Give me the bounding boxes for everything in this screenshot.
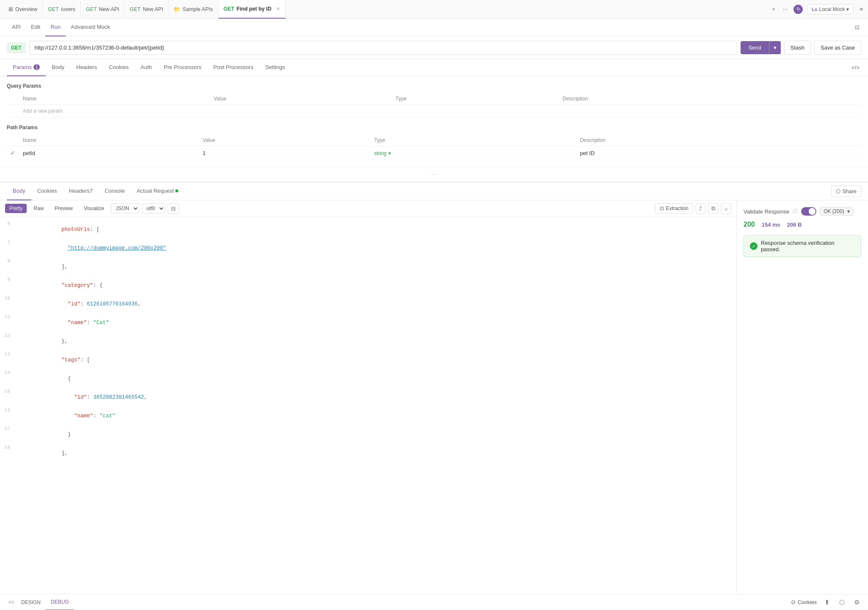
share-button[interactable]: ⬡ Share [831,186,861,197]
path-check-cell: ✓ [7,146,19,160]
ok-badge[interactable]: OK (200) ▾ [820,207,854,216]
line-num-11: 11 [0,314,17,319]
line-num-8: 8 [0,258,17,263]
query-desc-header: Description [559,93,861,105]
encoding-select[interactable]: utf8 [142,203,165,214]
share-icon: ⬡ [836,188,840,194]
resp-size: 206 B [787,222,802,228]
panel-divider[interactable]: ··· [0,167,868,182]
cookies-label: Cookies [798,599,817,605]
tab-find-pet[interactable]: GET Find pet by ID ✕ [218,0,286,19]
req-tab-settings[interactable]: Settings [259,59,291,76]
collapse-left-button[interactable]: << [7,598,16,607]
env-selector[interactable]: Lo Local Mock ▾ [807,4,854,14]
req-tab-params[interactable]: Params 1 [7,59,46,76]
path-param-type[interactable]: string ▾ [371,146,577,160]
menu-button[interactable]: ≡ [858,4,865,14]
req-tab-cookies[interactable]: Cookies [103,59,135,76]
sync-icon[interactable]: ↻ [793,5,803,14]
code-line-9: 9 "category": { [0,276,736,295]
send-dropdown-button[interactable]: ▾ [769,41,781,54]
query-check-col [7,93,19,105]
copy-button[interactable]: ⧉ [708,203,719,214]
meta-panel: Validate Response ⓘ OK (200) ▾ 200 154 m… [737,200,868,594]
req-tab-pre-processors[interactable]: Pre Processors [158,59,207,76]
tab-sample-apis[interactable]: 📁 Sample APIs [169,0,218,19]
photo-url-link[interactable]: "http://dummyimage.com/200x200" [68,245,166,251]
line-num-17: 17 [0,426,17,431]
pretty-view-button[interactable]: Pretty [5,204,27,213]
add-query-param-cell[interactable]: Add a new param [19,105,861,118]
tab-edit[interactable]: Edit [26,19,45,36]
tab-api[interactable]: API [7,19,26,36]
response-tabs: Body Cookies Headers 7 Console Actual Re… [0,183,868,200]
code-line-13: 13 "tags": [ [0,351,736,369]
req-tab-post-processors[interactable]: Post Processors [207,59,260,76]
check-circle-icon: ✓ [750,242,757,250]
send-button-group: Send ▾ [741,41,780,54]
line-content-9: "category": { [17,277,103,294]
tab-newapi1-label: New API [99,6,119,12]
req-tab-body[interactable]: Body [46,59,70,76]
tab-run[interactable]: Run [45,19,66,36]
cookies-link[interactable]: ⊙ Cookies [791,599,817,605]
bottom-upload-button[interactable]: ⬆ [823,597,832,608]
chevron-down-icon: ▾ [846,6,849,12]
folder-icon: 📁 [174,6,180,12]
search-code-button[interactable]: ⌕ [721,203,731,214]
layout-toggle-button[interactable]: ⊡ [853,22,861,32]
add-query-param-row[interactable]: Add a new param [7,105,861,118]
req-tab-post-label: Post Processors [213,64,254,70]
line-num-6: 6 [0,221,17,226]
tab-get-new-api-2[interactable]: GET New API [124,0,169,19]
resp-tab-cookies[interactable]: Cookies [31,183,63,200]
export-button[interactable]: ⤴ [696,203,705,214]
raw-view-button[interactable]: Raw [29,204,48,213]
tab-overview[interactable]: ⊞ Overview [3,0,43,19]
stash-button[interactable]: Stash [784,41,811,55]
resp-tab-body[interactable]: Body [7,183,31,200]
path-param-value[interactable]: 1 [199,146,371,160]
tab-get-new-api-1[interactable]: GET New API [81,0,125,19]
validate-toggle[interactable] [801,207,816,216]
bottom-settings-button[interactable]: ⚙ [852,597,861,608]
tab-get-users[interactable]: GET /users [43,0,81,19]
code-view-button[interactable]: </> [850,63,861,72]
close-tab-icon[interactable]: ✕ [276,6,280,12]
path-param-desc[interactable]: pet ID [577,146,861,160]
tab-api-label: API [12,24,21,30]
resp-tab-actual-request[interactable]: Actual Request [131,183,184,200]
resp-tab-console[interactable]: Console [99,183,131,200]
req-tab-headers[interactable]: Headers [70,59,103,76]
preview-view-button[interactable]: Preview [50,204,77,213]
extraction-button[interactable]: ⊡ Extraction [655,203,693,214]
params-badge: 1 [33,64,40,70]
method-badge-users: GET [48,6,59,12]
tab-newapi2-label: New API [143,6,163,12]
add-tab-button[interactable]: + [770,4,777,14]
url-input[interactable] [29,41,738,55]
line-content-18: ], [17,444,68,462]
format-select[interactable]: JSON [111,203,139,214]
tab-debug[interactable]: DEBUG [46,594,74,610]
path-param-name[interactable]: petId [19,146,199,160]
query-type-header: Type [392,93,559,105]
send-button[interactable]: Send [741,41,768,54]
resp-tab-actual-label: Actual Request [137,188,174,194]
resp-tab-headers[interactable]: Headers 7 [63,183,99,200]
req-tab-auth[interactable]: Auth [135,59,158,76]
extraction-icon: ⊡ [660,205,664,211]
path-desc-header: Description [577,135,861,146]
resp-tab-cookies-label: Cookies [37,188,57,194]
info-icon: ⓘ [793,208,798,215]
save-case-button[interactable]: Save as Case [814,41,861,55]
bottom-gift-button[interactable]: ⬡ [838,597,846,608]
visualize-view-button[interactable]: Visualize [80,204,108,213]
filter-icon-button[interactable]: ⊟ [168,203,179,214]
tab-design[interactable]: DESIGN [16,594,46,610]
more-tabs-button[interactable]: ··· [781,4,789,14]
type-dropdown-icon[interactable]: ▾ [388,150,391,156]
line-content-6: photoUrls: [ [17,221,100,238]
tab-advanced-mock[interactable]: Advanced Mock [66,19,115,36]
path-params-table: Name Value Type Description ✓ petId 1 st… [7,135,861,160]
